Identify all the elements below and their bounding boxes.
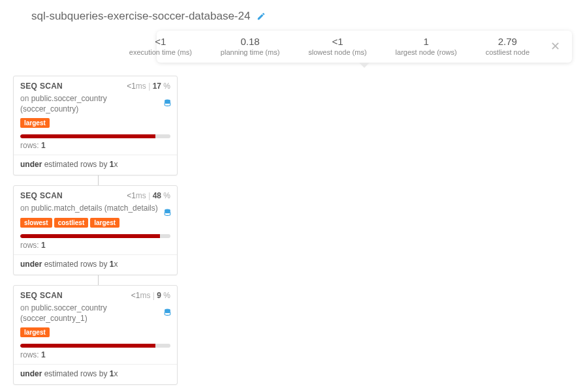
stat-largest-node[interactable]: 1 largest node (rows)	[381, 36, 471, 56]
stats-bar: <1 execution time (ms) 0.18 planning tim…	[157, 31, 572, 63]
stat-value: <1	[308, 36, 366, 47]
node-estimate: under estimated rows by 1x	[20, 369, 170, 378]
node-tags: largest	[20, 327, 170, 337]
stat-label: slowest node (ms)	[308, 48, 366, 56]
node-op: SEQ SCAN	[20, 191, 63, 200]
tag-largest[interactable]: largest	[20, 118, 50, 128]
stat-value: 0.18	[221, 36, 279, 47]
database-icon	[163, 98, 172, 108]
plan-node[interactable]: SEQ SCAN<1ms | 17 %on public.soccer_coun…	[13, 76, 178, 175]
title-row: sql-subqueries-exercise-soccer-database-…	[13, 10, 572, 31]
stat-label: largest node (rows)	[396, 48, 457, 56]
node-tags: largest	[20, 118, 170, 128]
node-estimate: under estimated rows by 1x	[20, 160, 170, 169]
node-op: SEQ SCAN	[20, 82, 63, 91]
node-op: SEQ SCAN	[20, 291, 63, 300]
node-rows: rows: 1	[20, 350, 170, 359]
tag-largest[interactable]: largest	[20, 327, 50, 337]
edit-icon[interactable]	[257, 12, 266, 21]
node-tags: slowestcostliestlargest	[20, 218, 170, 228]
tag-costliest[interactable]: costliest	[54, 218, 89, 228]
progress-bar	[20, 234, 170, 238]
stat-execution-time[interactable]: <1 execution time (ms)	[115, 36, 206, 56]
node-rows: rows: 1	[20, 241, 170, 250]
node-timing: <1ms | 48 %	[127, 191, 170, 200]
stat-label: costliest node	[486, 48, 530, 56]
database-icon	[163, 308, 172, 317]
stat-label: planning time (ms)	[221, 48, 279, 56]
database-icon	[163, 208, 172, 217]
node-connector	[98, 275, 99, 285]
stat-value: 1	[396, 36, 457, 47]
progress-bar	[20, 134, 170, 138]
node-rows: rows: 1	[20, 141, 170, 150]
stat-label: execution time (ms)	[129, 48, 192, 56]
node-table: on public.soccer_country (soccer_country…	[20, 303, 170, 324]
page-title: sql-subqueries-exercise-soccer-database-…	[31, 10, 250, 23]
stat-slowest-node[interactable]: <1 slowest node (ms)	[294, 36, 381, 56]
node-table: on public.match_details (match_details)	[20, 203, 170, 213]
node-timing: <1ms | 17 %	[127, 82, 170, 91]
plan-nodes: SEQ SCAN<1ms | 17 %on public.soccer_coun…	[13, 76, 572, 385]
node-table: on public.soccer_country (soccer_country…	[20, 93, 170, 114]
plan-node[interactable]: SEQ SCAN<1ms | 48 %on public.match_detai…	[13, 185, 178, 275]
stat-value: <1	[129, 36, 192, 47]
tag-largest[interactable]: largest	[90, 218, 119, 228]
tag-slowest[interactable]: slowest	[20, 218, 52, 228]
stat-planning-time[interactable]: 0.18 planning time (ms)	[206, 36, 294, 56]
close-icon[interactable]: ✕	[544, 39, 563, 53]
node-estimate: under estimated rows by 1x	[20, 260, 170, 269]
stat-costliest-node[interactable]: 2.79 costliest node	[471, 36, 544, 56]
progress-bar	[20, 344, 170, 348]
node-connector	[98, 175, 99, 185]
plan-node[interactable]: SEQ SCAN<1ms | 9 %on public.soccer_count…	[13, 285, 178, 385]
stat-value: 2.79	[486, 36, 530, 47]
node-timing: <1ms | 9 %	[131, 291, 170, 300]
